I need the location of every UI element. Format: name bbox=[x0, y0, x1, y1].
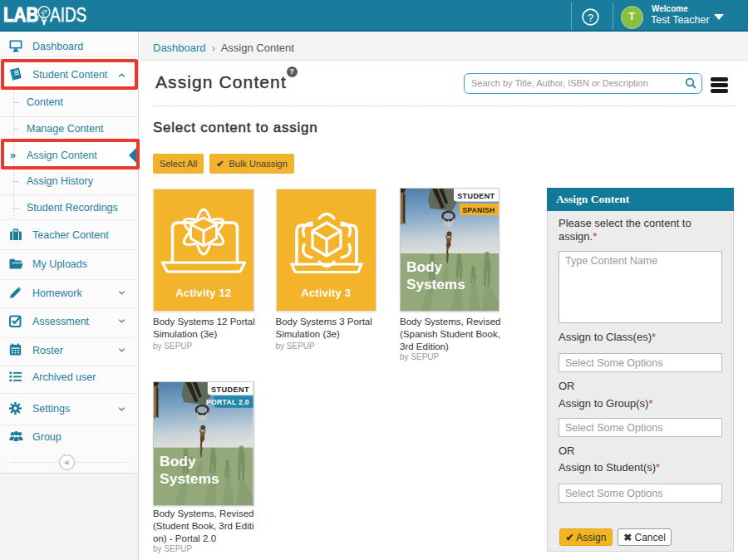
svg-text:STUDENT: STUDENT bbox=[211, 385, 249, 393]
svg-text:?: ? bbox=[588, 12, 594, 24]
svg-text:SPANISH: SPANISH bbox=[462, 206, 495, 214]
svg-text:Body: Body bbox=[406, 258, 442, 275]
svg-text:Systems: Systems bbox=[406, 276, 465, 292]
svg-text:Systems: Systems bbox=[160, 469, 219, 486]
svg-text:Body: Body bbox=[160, 452, 196, 469]
svg-text:PORTAL 2.0: PORTAL 2.0 bbox=[206, 398, 249, 406]
svg-text:STUDENT: STUDENT bbox=[457, 192, 495, 200]
